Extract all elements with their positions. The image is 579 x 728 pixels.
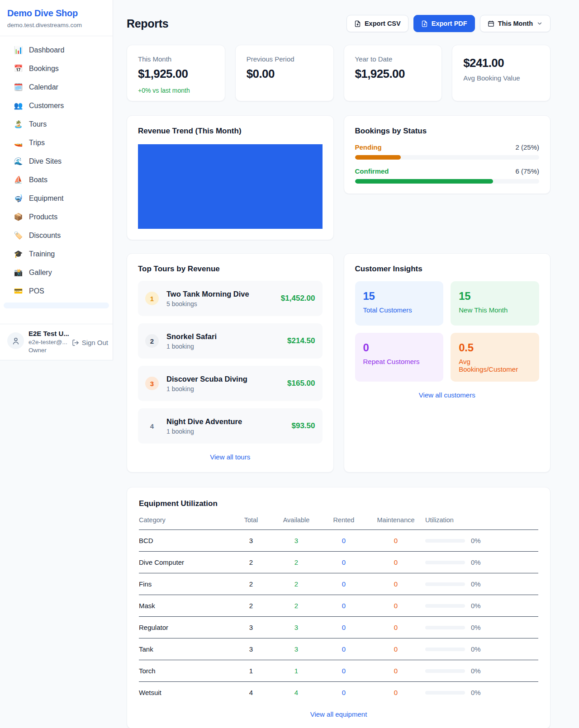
- sign-out-button[interactable]: Sign Out: [72, 339, 108, 346]
- sidebar-nav: 📊 Dashboard 📅 Bookings 🗓️ Calendar 👥 Cus…: [0, 36, 113, 300]
- tour-name: Two Tank Morning Dive: [166, 290, 275, 298]
- stat-card-this-month: This Month $1,925.00 +0% vs last month: [127, 45, 225, 101]
- insight-value: 0.5: [459, 341, 531, 354]
- status-bar-track: [355, 155, 540, 160]
- nav-selected-partial[interactable]: [4, 303, 109, 308]
- sign-out-label: Sign Out: [82, 339, 108, 346]
- stat-label: This Month: [138, 55, 214, 63]
- stat-label: Year to Date: [355, 55, 431, 63]
- top-tours-card: Top Tours by Revenue 1 Two Tank Morning …: [127, 253, 334, 473]
- header-actions: Export CSV Export PDF: [346, 15, 551, 32]
- equip-category: Mask: [139, 595, 231, 617]
- nav-item-icon: 📦: [14, 213, 23, 221]
- tour-revenue: $93.50: [292, 421, 315, 430]
- stat-value: $241.00: [463, 56, 539, 70]
- tour-rank-badge: 3: [145, 377, 159, 390]
- equipment-table-header: Category Total Available Rented Maintena…: [139, 516, 538, 530]
- utilization-pct: 0%: [471, 558, 481, 566]
- revenue-bar: [138, 144, 323, 229]
- view-all-equipment-link[interactable]: View all equipment: [310, 710, 367, 718]
- charts-row: Revenue Trend (This Month) Bookings by S…: [127, 115, 551, 240]
- status-bar-fill: [355, 179, 494, 184]
- bookings-by-status-card: Bookings by Status Pending 2 (25%): [344, 115, 551, 194]
- tour-info: Night Dive Adventure 1 booking: [166, 417, 286, 435]
- calendar-icon: [488, 20, 494, 27]
- insight-label: New This Month: [459, 306, 531, 314]
- stat-delta: +0% vs last month: [138, 87, 214, 94]
- utilization-bar: [425, 626, 465, 629]
- export-pdf-button[interactable]: Export PDF: [413, 15, 475, 32]
- nav-item-label: Training: [29, 250, 55, 258]
- sidebar-nav-item[interactable]: 🏝️ Tours: [0, 115, 113, 133]
- nav-item-icon: 📸: [14, 268, 23, 277]
- utilization-pct: 0%: [471, 580, 481, 588]
- nav-item-label: Calendar: [29, 83, 58, 91]
- view-all-customers-link[interactable]: View all customers: [419, 391, 475, 399]
- file-download-icon: [354, 20, 361, 27]
- equip-category: Wetsuit: [139, 682, 231, 704]
- sidebar-nav-item[interactable]: 📦 Products: [0, 208, 113, 226]
- tour-row: 1 Two Tank Morning Dive 5 bookings $1,45…: [138, 281, 323, 316]
- stat-value: $1,925.00: [355, 67, 431, 81]
- sidebar-nav-item[interactable]: 🚤 Trips: [0, 133, 113, 152]
- status-label: Pending: [355, 143, 382, 151]
- sidebar-nav-item[interactable]: 🤿 Equipment: [0, 189, 113, 208]
- insight-tile: 0.5 Avg Bookings/Customer: [451, 333, 539, 382]
- utilization-cell: 0%: [425, 667, 538, 675]
- nav-item-icon: ⛵: [14, 175, 23, 184]
- tour-rank-badge: 1: [145, 292, 159, 305]
- equipment-table-body: BCD 3 3 0 0 0%: [139, 530, 538, 704]
- sidebar-nav-item[interactable]: 🏷️ Discounts: [0, 226, 113, 245]
- sidebar-nav-item[interactable]: ⛵ Boats: [0, 170, 113, 189]
- sidebar-nav-item[interactable]: 📅 Bookings: [0, 59, 113, 78]
- tour-info: Two Tank Morning Dive 5 bookings: [166, 290, 275, 307]
- top-tours-title: Top Tours by Revenue: [138, 265, 323, 274]
- equip-category: Dive Computer: [139, 552, 231, 573]
- sidebar-nav-item[interactable]: 👥 Customers: [0, 96, 113, 115]
- sidebar-nav-item[interactable]: 🎓 Training: [0, 245, 113, 263]
- equip-available: 2: [271, 552, 321, 573]
- utilization-bar: [425, 604, 465, 608]
- equip-total: 2: [231, 573, 271, 595]
- nav-item-label: Discounts: [29, 232, 61, 240]
- equip-rented: 0: [321, 638, 366, 660]
- nav-item-icon: 💳: [14, 287, 23, 295]
- utilization-cell: 0%: [425, 580, 538, 588]
- sidebar-nav-item[interactable]: 🗓️ Calendar: [0, 78, 113, 96]
- status-label: Confirmed: [355, 167, 389, 175]
- nav-item-icon: 🚤: [14, 138, 23, 147]
- nav-item-label: Equipment: [29, 194, 64, 203]
- tour-rank-badge: 2: [145, 334, 159, 348]
- tour-row: 3 Discover Scuba Diving 1 booking $165.0…: [138, 366, 323, 401]
- equipment-utilization-card: Equipment Utilization Category Total Ava…: [127, 487, 551, 728]
- nav-item-label: Tours: [29, 120, 47, 128]
- utilization-pct: 0%: [471, 602, 481, 610]
- nav-item-label: Trips: [29, 139, 45, 147]
- stats-row: This Month $1,925.00 +0% vs last month P…: [127, 45, 551, 101]
- bookings-by-status-title: Bookings by Status: [355, 127, 540, 136]
- tour-info: Discover Scuba Diving 1 booking: [166, 375, 282, 392]
- export-csv-button[interactable]: Export CSV: [346, 15, 408, 32]
- equipment-utilization-title: Equipment Utilization: [139, 499, 538, 508]
- sidebar-nav-item[interactable]: 💳 POS: [0, 282, 113, 300]
- view-all-tours-link[interactable]: View all tours: [210, 453, 250, 461]
- period-select[interactable]: This Month: [480, 15, 551, 32]
- insight-tiles: 15 Total Customers 15 New This Month 0 R…: [355, 281, 540, 382]
- sidebar-nav-item[interactable]: 🌊 Dive Sites: [0, 152, 113, 170]
- logout-icon: [72, 339, 79, 346]
- utilization-cell: 0%: [425, 624, 538, 631]
- sidebar-nav-item[interactable]: 📸 Gallery: [0, 263, 113, 282]
- equipment-table: Category Total Available Rented Maintena…: [139, 516, 538, 703]
- app-root: Demo Dive Shop demo.test.divestreams.com…: [0, 0, 579, 728]
- equip-category: BCD: [139, 530, 231, 552]
- stat-value: $1,925.00: [138, 67, 214, 81]
- sidebar-nav-item[interactable]: 📊 Dashboard: [0, 41, 113, 59]
- stat-card-previous-period: Previous Period $0.00: [235, 45, 334, 101]
- equipment-row: Torch 1 1 0 0 0%: [139, 660, 538, 682]
- tour-name: Discover Scuba Diving: [166, 375, 282, 383]
- equip-total: 3: [231, 530, 271, 552]
- equip-available: 4: [271, 682, 321, 704]
- utilization-pct: 0%: [471, 537, 481, 544]
- insight-tile: 15 New This Month: [451, 281, 539, 326]
- insight-label: Repeat Customers: [363, 358, 436, 365]
